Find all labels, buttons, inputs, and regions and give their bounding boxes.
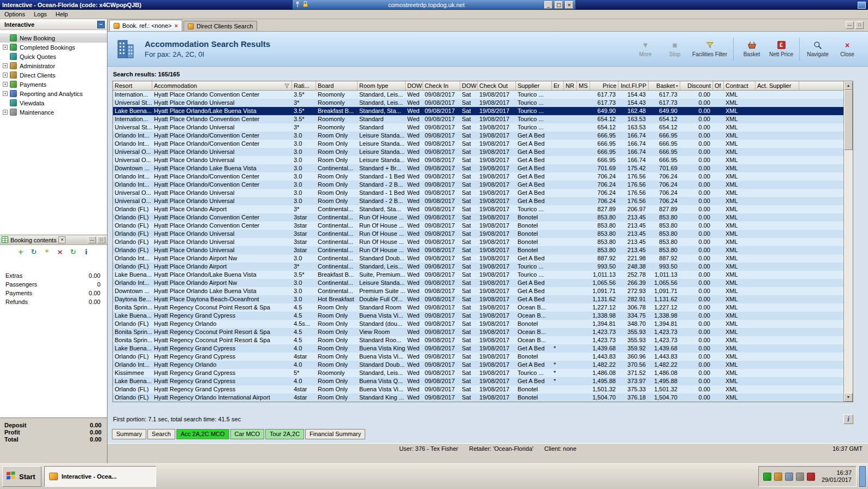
column-header-check-in[interactable]: Check In [423,81,460,90]
column-header-dow[interactable]: DOW [406,81,423,90]
booking-contents-minimize-button[interactable]: — [88,236,96,243]
expand-icon[interactable]: + [3,63,8,68]
tab-book-ref-none[interactable]: Book. ref.: <none>× [109,20,182,31]
table-row[interactable]: Lake Buena...Hyatt Regency Grand Cypress… [113,344,843,353]
booking-row-passengers[interactable]: Passengers0 [0,280,107,289]
table-row[interactable]: Orlando (FL)Hyatt Place Orlando Universa… [113,246,843,254]
column-filter-icon[interactable] [284,83,290,89]
column-header-act-supplier[interactable]: Act. Supplier [756,81,799,90]
table-row[interactable]: Orlando Int...Hyatt Regency Orlando4.0Ro… [113,361,843,369]
basket-button[interactable]: Basket [738,38,766,59]
sidebar-item-administrator[interactable]: +Administrator [0,61,107,70]
table-row[interactable]: Orlando Int...Hyatt Place Orlando/Conven… [113,181,843,189]
table-row[interactable]: Universal St...Hyatt Place Orlando Unive… [113,99,843,107]
table-row[interactable]: Orlando (FL)Hyatt Place Orlando Universa… [113,238,843,246]
tray-status-icon[interactable] [807,473,815,481]
bottom-tab-tour-2a-2c[interactable]: Tour 2A,2C [265,429,304,439]
menu-help[interactable]: Help [51,10,73,19]
delete-icon[interactable]: × [56,248,64,256]
column-header-dow[interactable]: DOW [460,81,478,90]
menu-options[interactable]: Options [0,10,29,19]
pin-icon[interactable] [295,1,300,9]
rdp-connection-bar[interactable]: comostreetrdp.topdog.uk.net _ □ × [292,0,576,10]
info-button[interactable]: i [843,414,853,424]
tray-mail-icon[interactable] [774,473,782,481]
table-row[interactable]: Orlando Int...Hyatt Place Orlando/Conven… [113,132,843,140]
booking-contents-close-icon[interactable]: × [58,236,66,243]
mdi-minimize-button[interactable]: — [846,21,854,29]
column-header-contract[interactable]: Contract [724,81,756,90]
table-row[interactable]: Orlando Int...Hyatt Place Orlando/Conven… [113,172,843,181]
sidebar-collapse-button[interactable]: − [97,21,105,28]
start-button[interactable]: Start [2,466,41,487]
tab-close-icon[interactable]: × [175,23,178,29]
taskbar-task-button[interactable]: Interactive - Ocea... [44,466,156,487]
scroll-thumb[interactable] [844,90,853,150]
sidebar-item-quick-quotes[interactable]: Quick Quotes [0,52,107,61]
scroll-down-icon[interactable]: ▼ [844,393,853,402]
tray-volume-icon[interactable] [796,473,804,481]
add-icon[interactable]: + [17,248,25,256]
table-row[interactable]: Universal O...Hyatt Place Orlando Univer… [113,156,843,164]
update-icon[interactable]: * [43,248,51,256]
rdp-minimize-button[interactable]: _ [544,1,552,9]
table-row[interactable]: Orlando (FL)Hyatt Place Orlando Airport3… [113,263,843,271]
table-row[interactable]: Universal O...Hyatt Place Orlando Univer… [113,148,843,156]
table-row[interactable]: Orlando Int...Hyatt Place Orlando Airpor… [113,279,843,287]
table-row[interactable]: Lake Buena...Hyatt Regency Grand Cypress… [113,312,843,320]
column-header-discount[interactable]: Discount [680,81,713,90]
table-scrollbar[interactable]: ▲ ▼ [843,81,853,402]
expand-icon[interactable]: + [3,110,8,115]
sidebar-item-direct-clients[interactable]: +Direct Clients [0,70,107,80]
expand-icon[interactable]: + [3,45,8,50]
table-row[interactable]: Orlando (FL)Hyatt Place Orlando Airport3… [113,205,843,213]
table-row[interactable]: Lake Buena...Hyatt Place Orlando/Lake Bu… [113,271,843,279]
column-header-room-type[interactable]: Room type [358,81,406,90]
stop-button[interactable]: ◼Stop [661,38,689,59]
nett-price-button[interactable]: £Nett Price [767,38,795,59]
expand-icon[interactable]: + [3,73,8,77]
booking-row-refunds[interactable]: Refunds0.00 [0,297,107,306]
bottom-tab-summary[interactable]: Summary [112,429,146,439]
rdp-restore-button[interactable]: □ [555,1,563,9]
table-row[interactable]: Downtown ...Hyatt Place Orlando Lake Bue… [113,164,843,172]
booking-contents-titlebar[interactable]: Booking contents × — □ [0,235,107,245]
table-row[interactable]: Orlando (FL)Hyatt Regency Orlando4.5s...… [113,320,843,328]
sidebar-item-maintenance[interactable]: +Maintenance [0,108,107,117]
column-header-ms[interactable]: MS [577,81,590,90]
sidebar-item-payments[interactable]: +Payments [0,80,107,89]
column-header-accommodation[interactable]: Accommodation [152,81,292,90]
close-button[interactable]: ×Close [833,38,861,59]
navigate-button[interactable]: Navigate [804,38,832,59]
table-row[interactable]: Internation...Hyatt Place Orlando Conven… [113,91,843,99]
sidebar-item-new-booking[interactable]: New Booking [0,33,107,43]
bottom-tab-search[interactable]: Search [147,429,175,439]
tab-direct-clients-search[interactable]: Direct Clients Search [183,21,257,31]
table-row[interactable]: Orlando (FL)Hyatt Place Orlando Universa… [113,230,843,238]
titlebar-window-icon[interactable] [858,2,866,9]
table-row[interactable]: Universal O...Hyatt Place Orlando Univer… [113,189,843,197]
table-row[interactable]: Bonita Sprin...Hyatt Regency Coconut Poi… [113,336,843,344]
column-header-supplier[interactable]: Supplier [516,81,552,90]
table-row[interactable]: Orlando (FL)Hyatt Regency Grand Cypress4… [113,385,843,393]
bottom-tab-financial-summary[interactable]: Financial Summary [305,429,365,439]
rdp-close-button[interactable]: × [565,1,573,9]
table-row[interactable]: Lake Buena...Hyatt Place Orlando/Lake Bu… [113,107,843,115]
column-header-resort[interactable]: Resort [113,81,152,90]
table-row[interactable]: Bonita Sprin...Hyatt Regency Coconut Poi… [113,328,843,336]
table-row[interactable]: Orlando (FL)Hyatt Regency Grand Cypress4… [113,353,843,361]
column-header-price[interactable]: Price [590,81,619,90]
tray-network-icon[interactable] [785,473,793,481]
mdi-restore-button[interactable]: □ [855,21,864,29]
booking-row-extras[interactable]: Extras0.00 [0,271,107,280]
sidebar-item-completed-bookings[interactable]: +Completed Bookings [0,43,107,52]
column-header-rati[interactable]: Rati... [292,81,316,90]
menu-logs[interactable]: Logs [29,10,51,19]
sidebar-item-reporting-and-analytics[interactable]: +Reporting and Analytics [0,89,107,98]
expand-icon[interactable]: + [3,91,8,96]
table-row[interactable]: Universal O...Hyatt Place Orlando Univer… [113,197,843,205]
table-row[interactable]: Internation...Hyatt Place Orlando Conven… [113,115,843,123]
column-header-board[interactable]: Board [316,81,358,90]
info-icon[interactable]: i [82,248,91,256]
sidebar-item-viewdata[interactable]: Viewdata [0,98,107,108]
